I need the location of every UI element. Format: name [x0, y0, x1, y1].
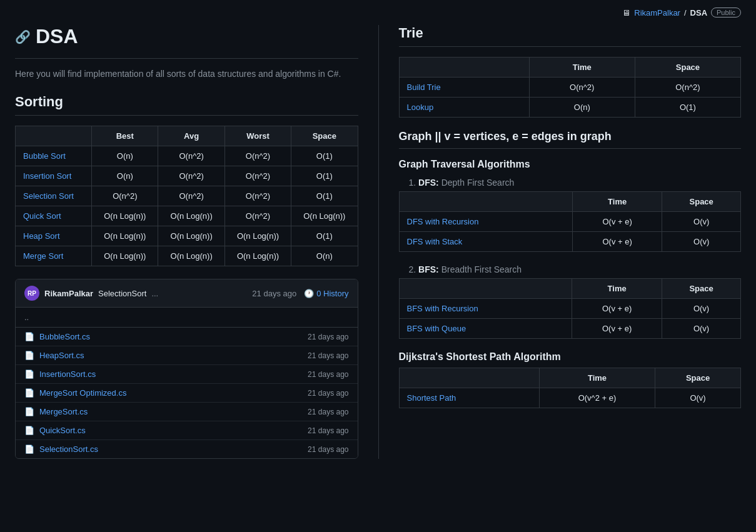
file-name[interactable]: SelectionSort.cs — [39, 444, 98, 454]
list-item: 📄 BubbleSort.cs 21 days ago — [16, 328, 358, 346]
table-cell: O(v) — [662, 299, 741, 319]
repo-name-link[interactable]: DSA — [690, 8, 707, 18]
table-row[interactable]: DFS with Stack — [399, 232, 572, 252]
history-icon: 🕐 — [304, 289, 314, 298]
bfs-label-text: Breadth First Search — [441, 264, 522, 274]
trie-col-space: Space — [635, 58, 740, 78]
parent-dir[interactable]: .. — [16, 308, 358, 328]
table-cell: O(v + e) — [572, 232, 662, 252]
file-row-left: 📄 MergeSort Optimized.cs — [24, 388, 126, 398]
table-cell: O(n Log(n)) — [92, 226, 158, 246]
commit-user[interactable]: RikamPalkar — [44, 289, 93, 298]
file-icon: 📄 — [24, 388, 34, 398]
page-description: Here you will find implementation of all… — [15, 69, 358, 79]
table-row[interactable]: Selection Sort — [16, 186, 92, 206]
commit-time: 21 days ago — [252, 289, 296, 298]
table-cell: O(1) — [291, 186, 358, 206]
file-time: 21 days ago — [308, 408, 348, 416]
table-cell: O(1) — [291, 166, 358, 186]
sorting-col-avg: Avg — [158, 126, 224, 146]
file-icon: 📄 — [24, 407, 34, 416]
page-title-container: 🔗 DSA — [15, 25, 358, 48]
table-cell: O(v + e) — [572, 319, 662, 339]
file-row-left: 📄 MergeSort.cs — [24, 407, 88, 416]
list-item: 📄 InsertionSort.cs 21 days ago — [16, 365, 358, 384]
file-list: 📄 BubbleSort.cs 21 days ago 📄 HeapSort.c… — [16, 328, 358, 458]
sorting-title: Sorting — [15, 94, 358, 110]
file-time: 21 days ago — [308, 351, 348, 360]
table-cell: O(n^2) — [158, 186, 224, 206]
link-icon: 🔗 — [15, 29, 31, 44]
table-cell: O(n^2) — [92, 186, 158, 206]
repo-slash: / — [684, 8, 687, 18]
file-icon: 📄 — [24, 369, 34, 379]
file-time: 21 days ago — [308, 370, 348, 379]
table-cell: O(v) — [655, 388, 741, 408]
repo-owner-link[interactable]: RikamPalkar — [634, 8, 680, 18]
bfs-col-time: Time — [572, 279, 662, 299]
table-row[interactable]: Shortest Path — [399, 388, 539, 408]
history-button[interactable]: 🕐 0 History — [304, 289, 348, 298]
title-divider — [15, 58, 358, 59]
file-browser: RP RikamPalkar SelectionSort ... 21 days… — [15, 279, 358, 459]
bfs-col-algo — [399, 279, 572, 299]
table-row[interactable]: BFS with Queue — [399, 319, 572, 339]
commit-dots: ... — [151, 289, 158, 298]
table-cell: O(n) — [92, 166, 158, 186]
table-cell: O(v) — [662, 319, 741, 339]
table-cell: O(n^2) — [635, 78, 740, 98]
table-row[interactable]: DFS with Recursion — [399, 212, 572, 232]
file-name[interactable]: HeapSort.cs — [39, 351, 84, 360]
dijkstra-table: Time Space Shortest PathO(v^2 + e)O(v) — [399, 368, 742, 408]
history-label: 0 History — [316, 289, 348, 298]
table-cell: O(n^2) — [158, 146, 224, 166]
bfs-label-bold: BFS: — [418, 264, 439, 274]
bfs-number: 2. — [409, 264, 416, 274]
trie-col-op — [399, 58, 529, 78]
table-cell: O(1) — [291, 226, 358, 246]
table-row[interactable]: BFS with Recursion — [399, 299, 572, 319]
dfs-label-bold: DFS: — [418, 178, 439, 188]
dfs-label-text: Depth First Search — [441, 178, 515, 188]
table-row[interactable]: Merge Sort — [16, 246, 92, 266]
table-row[interactable]: Insertion Sort — [16, 166, 92, 186]
table-cell: O(n^2) — [224, 186, 291, 206]
list-item: 📄 SelectionSort.cs 21 days ago — [16, 440, 358, 458]
table-cell: O(n^2) — [224, 206, 291, 226]
file-time: 21 days ago — [308, 445, 348, 454]
table-row[interactable]: Quick Sort — [16, 206, 92, 226]
dijkstra-title: Dijkstra's Shortest Path Algorithm — [399, 351, 742, 363]
file-name[interactable]: MergeSort Optimized.cs — [39, 388, 126, 398]
dfs-number: 1. — [409, 178, 416, 188]
table-row[interactable]: Build Trie — [399, 78, 529, 98]
bfs-col-space: Space — [662, 279, 741, 299]
file-time: 21 days ago — [308, 333, 348, 341]
table-cell: O(n^2) — [224, 146, 291, 166]
sorting-col-algo — [16, 126, 92, 146]
main-layout: 🔗 DSA Here you will find implementation … — [0, 25, 756, 474]
table-cell: O(n Log(n)) — [158, 206, 224, 226]
trie-table: Time Space Build TrieO(n^2)O(n^2)LookupO… — [399, 57, 742, 118]
table-cell: O(n) — [291, 246, 358, 266]
table-row[interactable]: Heap Sort — [16, 226, 92, 246]
file-row-left: 📄 SelectionSort.cs — [24, 444, 98, 454]
file-icon: 📄 — [24, 351, 34, 360]
table-row[interactable]: Lookup — [399, 98, 529, 118]
avatar: RP — [24, 286, 39, 301]
list-item: 📄 MergeSort Optimized.cs 21 days ago — [16, 384, 358, 403]
file-name[interactable]: MergeSort.cs — [39, 407, 88, 416]
file-browser-header: RP RikamPalkar SelectionSort ... 21 days… — [16, 279, 358, 308]
table-cell: O(n) — [529, 98, 635, 118]
table-row[interactable]: Bubble Sort — [16, 146, 92, 166]
table-cell: O(n Log(n)) — [158, 226, 224, 246]
table-cell: O(v^2 + e) — [539, 388, 655, 408]
dfs-col-algo — [399, 192, 572, 212]
file-name[interactable]: QuickSort.cs — [39, 426, 86, 435]
file-name[interactable]: BubbleSort.cs — [39, 332, 90, 341]
list-item: 📄 MergeSort.cs 21 days ago — [16, 403, 358, 421]
table-cell: O(1) — [291, 146, 358, 166]
dfs-item: 1. DFS: Depth First Search — [409, 178, 742, 188]
table-cell: O(n Log(n)) — [291, 206, 358, 226]
file-name[interactable]: InsertionSort.cs — [39, 369, 96, 379]
file-row-left: 📄 InsertionSort.cs — [24, 369, 96, 379]
